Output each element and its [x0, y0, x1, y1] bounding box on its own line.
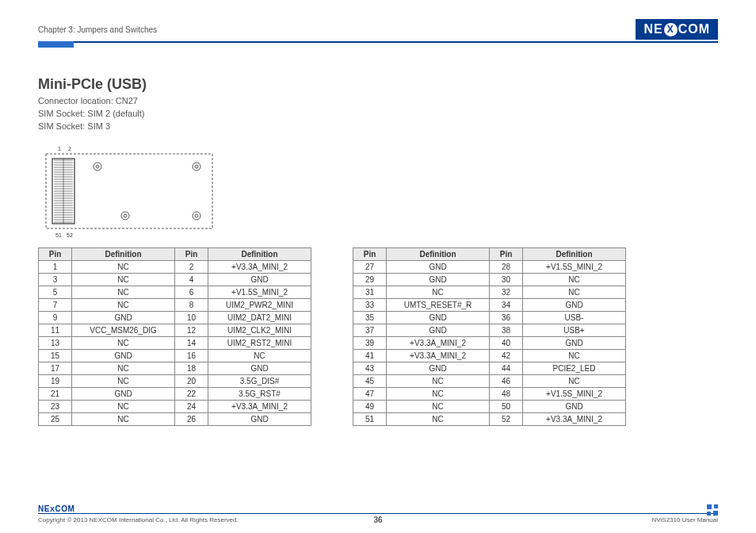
- table-cell: GND: [387, 324, 490, 336]
- svg-point-30: [193, 163, 200, 171]
- table-cell: 21: [39, 387, 72, 400]
- tbody-left: 1NC2+V3.3A_MINI_23NC4GND5NC6+V1.5S_MINI_…: [39, 260, 311, 425]
- table-cell: NC: [72, 273, 175, 286]
- table-cell: 6: [175, 286, 208, 298]
- meta-line: SIM Socket: SIM 2 (default): [38, 108, 718, 121]
- table-row: 13NC14UIM2_RST2_MINI: [39, 336, 311, 349]
- table-cell: 30: [490, 273, 523, 286]
- table-cell: 18: [175, 362, 208, 374]
- table-cell: 15: [39, 349, 72, 362]
- table-cell: NC: [72, 374, 175, 387]
- table-cell: 17: [39, 362, 72, 374]
- table-cell: +V3.3A_MINI_2: [523, 412, 626, 425]
- table-cell: 35: [353, 311, 387, 324]
- table-cell: GND: [208, 412, 311, 425]
- table-row: 7NC8UIM2_PWR2_MINI: [39, 298, 311, 311]
- page-header: Chapter 3: Jumpers and Switches NE X COM: [38, 19, 718, 40]
- table-row: 1NC2+V3.3A_MINI_2: [39, 260, 311, 273]
- table-row: 17NC18GND: [39, 362, 311, 374]
- brand-logo: NE X COM: [636, 19, 718, 40]
- table-cell: 4: [175, 273, 208, 286]
- table-cell: 45: [353, 374, 387, 387]
- table-cell: 11: [39, 324, 72, 336]
- table-row: 21GND223.5G_RST#: [39, 387, 311, 400]
- th-pin: Pin: [490, 247, 523, 260]
- table-cell: +V1.5S_MINI_2: [208, 286, 311, 298]
- svg-point-33: [124, 214, 127, 217]
- table-row: 23NC24+V3.3A_MINI_2: [39, 400, 311, 412]
- table-cell: NC: [523, 374, 626, 387]
- table-cell: GND: [387, 260, 490, 273]
- table-cell: NC: [387, 286, 490, 298]
- doc-name: NViS2310 User Manual: [652, 516, 718, 523]
- table-cell: 5: [39, 286, 72, 298]
- table-cell: 36: [490, 311, 523, 324]
- table-cell: 37: [353, 324, 387, 336]
- table-cell: GND: [523, 400, 626, 412]
- pin-label-51: 51: [55, 232, 62, 238]
- table-row: 49NC50GND: [353, 400, 626, 412]
- table-row: 51NC52+V3.3A_MINI_2: [353, 412, 626, 425]
- table-cell: 39: [353, 336, 387, 349]
- table-cell: 3: [39, 273, 72, 286]
- header-rule: [38, 41, 718, 43]
- table-row: 31NC32NC: [353, 286, 626, 298]
- svg-point-29: [96, 165, 99, 168]
- table-row: 9GND10UIM2_DAT2_MINI: [39, 311, 311, 324]
- svg-point-32: [121, 212, 129, 220]
- page-number: 36: [373, 516, 382, 524]
- table-cell: 12: [175, 324, 208, 336]
- svg-point-28: [94, 163, 101, 171]
- table-cell: GND: [387, 362, 490, 374]
- table-cell: 40: [490, 336, 523, 349]
- pin-label-1: 1: [58, 146, 61, 151]
- table-cell: 46: [490, 374, 523, 387]
- logo-text-pre: NE: [643, 22, 662, 36]
- table-cell: NC: [387, 387, 490, 400]
- mount-holes: [94, 163, 200, 220]
- table-row: 37GND38USB+: [353, 324, 626, 336]
- table-cell: 7: [39, 298, 72, 311]
- table-cell: GND: [387, 273, 490, 286]
- th-def: Definition: [208, 247, 311, 260]
- table-cell: VCC_MSM26_DIG: [72, 324, 175, 336]
- table-cell: 52: [490, 412, 523, 425]
- table-cell: GND: [208, 362, 311, 374]
- table-cell: 16: [175, 349, 208, 362]
- table-cell: NC: [523, 273, 626, 286]
- table-row: 47NC48+V1.5S_MINI_2: [353, 387, 626, 400]
- footer-logo: NEXCOM: [38, 504, 718, 513]
- footer-logo-pre: NE: [38, 504, 50, 513]
- svg-point-31: [195, 165, 198, 168]
- table-row: 27GND28+V1.5S_MINI_2: [353, 260, 626, 273]
- table-cell: 48: [490, 387, 523, 400]
- table-cell: 20: [175, 374, 208, 387]
- table-cell: UIM2_DAT2_MINI: [208, 311, 311, 324]
- table-cell: NC: [523, 349, 626, 362]
- table-cell: 27: [353, 260, 387, 273]
- table-cell: USB-: [523, 311, 626, 324]
- corner-glyph-icon: [707, 504, 718, 516]
- table-cell: NC: [523, 286, 626, 298]
- table-row: 39+V3.3A_MINI_240GND: [353, 336, 626, 349]
- table-row: 41+V3.3A_MINI_242NC: [353, 349, 626, 362]
- table-cell: 23: [39, 400, 72, 412]
- table-cell: +V3.3A_MINI_2: [208, 400, 311, 412]
- table-cell: 19: [39, 374, 72, 387]
- table-cell: 26: [175, 412, 208, 425]
- table-row: 11VCC_MSM26_DIG12UIM2_CLK2_MINI: [39, 324, 311, 336]
- table-cell: NC: [387, 400, 490, 412]
- table-row: 5NC6+V1.5S_MINI_2: [39, 286, 311, 298]
- table-cell: +V3.3A_MINI_2: [208, 260, 311, 273]
- table-cell: NC: [387, 412, 490, 425]
- table-cell: +V1.5S_MINI_2: [523, 387, 626, 400]
- table-cell: 22: [175, 387, 208, 400]
- table-cell: 29: [353, 273, 387, 286]
- section-title: Mini-PCIe (USB): [38, 76, 718, 93]
- table-cell: 8: [175, 298, 208, 311]
- table-cell: NC: [72, 260, 175, 273]
- table-cell: 47: [353, 387, 387, 400]
- page-footer: NEXCOM Copyright © 2013 NEXCOM Internati…: [38, 504, 718, 523]
- chapter-label: Chapter 3: Jumpers and Switches: [38, 25, 157, 34]
- table-cell: GND: [387, 311, 490, 324]
